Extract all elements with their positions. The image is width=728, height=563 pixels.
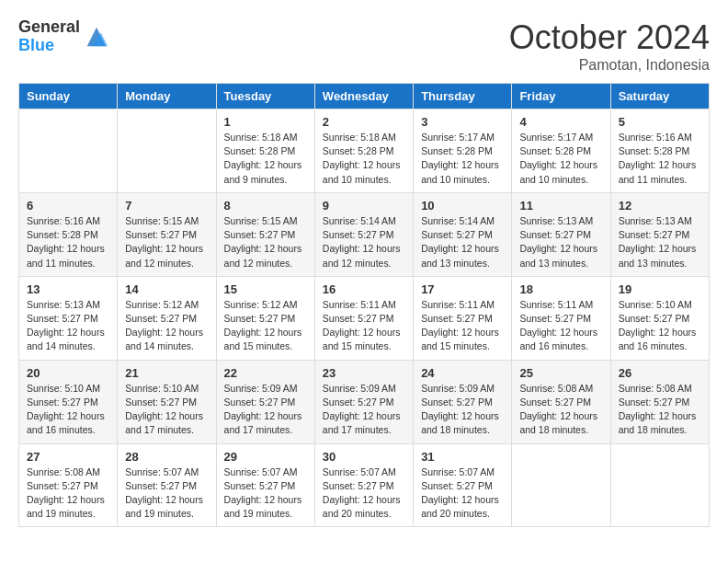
calendar-cell: 22Sunrise: 5:09 AMSunset: 5:27 PMDayligh… [216,360,314,443]
calendar-cell: 21Sunrise: 5:10 AMSunset: 5:27 PMDayligh… [118,360,216,443]
day-info: Sunrise: 5:11 AMSunset: 5:27 PMDaylight:… [519,298,602,354]
day-info: Sunrise: 5:18 AMSunset: 5:28 PMDaylight:… [224,131,307,187]
day-info: Sunrise: 5:13 AMSunset: 5:27 PMDaylight:… [519,214,602,270]
day-info: Sunrise: 5:10 AMSunset: 5:27 PMDaylight:… [125,382,208,438]
day-number: 18 [519,282,602,296]
day-number: 28 [125,450,208,464]
calendar-cell [19,109,118,193]
calendar-cell [610,443,709,527]
calendar-week-row: 1Sunrise: 5:18 AMSunset: 5:28 PMDaylight… [19,109,710,193]
day-number: 24 [421,366,504,380]
calendar-cell: 14Sunrise: 5:12 AMSunset: 5:27 PMDayligh… [118,276,216,360]
day-info: Sunrise: 5:07 AMSunset: 5:27 PMDaylight:… [323,465,405,522]
day-number: 26 [619,366,701,380]
day-number: 11 [519,199,602,213]
calendar-cell: 10Sunrise: 5:14 AMSunset: 5:27 PMDayligh… [414,192,512,276]
day-number: 3 [421,115,504,129]
calendar-cell: 9Sunrise: 5:14 AMSunset: 5:27 PMDaylight… [314,192,413,276]
page-header: General Blue October 2024 Pamotan, Indon… [18,18,710,74]
calendar-cell [512,443,610,527]
day-number: 4 [519,115,602,129]
calendar-cell: 20Sunrise: 5:10 AMSunset: 5:27 PMDayligh… [19,360,118,443]
calendar-cell: 5Sunrise: 5:16 AMSunset: 5:28 PMDaylight… [610,109,709,193]
title-block: October 2024 Pamotan, Indonesia [509,18,710,74]
day-info: Sunrise: 5:08 AMSunset: 5:27 PMDaylight:… [27,465,109,522]
calendar-cell: 26Sunrise: 5:08 AMSunset: 5:27 PMDayligh… [610,360,709,443]
logo-general-text: General [18,18,80,37]
weekday-header-sunday: Sunday [19,84,118,109]
calendar-week-row: 6Sunrise: 5:16 AMSunset: 5:28 PMDaylight… [19,192,710,276]
calendar-cell: 19Sunrise: 5:10 AMSunset: 5:27 PMDayligh… [610,276,709,360]
day-info: Sunrise: 5:17 AMSunset: 5:28 PMDaylight:… [421,131,504,187]
day-number: 30 [323,450,405,464]
logo-blue-text: Blue [18,37,80,55]
day-info: Sunrise: 5:15 AMSunset: 5:27 PMDaylight:… [125,214,208,270]
day-number: 6 [27,199,109,213]
calendar-cell: 17Sunrise: 5:11 AMSunset: 5:27 PMDayligh… [414,276,512,360]
calendar-week-row: 27Sunrise: 5:08 AMSunset: 5:27 PMDayligh… [19,443,710,527]
weekday-header-wednesday: Wednesday [314,84,413,109]
calendar-cell: 13Sunrise: 5:13 AMSunset: 5:27 PMDayligh… [19,276,118,360]
day-number: 8 [224,199,307,213]
calendar-cell: 28Sunrise: 5:07 AMSunset: 5:27 PMDayligh… [118,443,216,527]
day-info: Sunrise: 5:07 AMSunset: 5:27 PMDaylight:… [125,465,208,522]
calendar-cell: 25Sunrise: 5:08 AMSunset: 5:27 PMDayligh… [512,360,610,443]
day-info: Sunrise: 5:08 AMSunset: 5:27 PMDaylight:… [519,382,602,438]
calendar-cell [118,109,216,193]
day-number: 2 [323,115,405,129]
weekday-header-thursday: Thursday [414,84,512,109]
calendar-cell: 8Sunrise: 5:15 AMSunset: 5:27 PMDaylight… [216,192,314,276]
day-number: 22 [224,366,307,380]
day-number: 10 [421,199,504,213]
day-info: Sunrise: 5:14 AMSunset: 5:27 PMDaylight:… [421,214,504,270]
day-info: Sunrise: 5:13 AMSunset: 5:27 PMDaylight:… [619,214,701,270]
day-info: Sunrise: 5:07 AMSunset: 5:27 PMDaylight:… [421,465,504,522]
day-number: 7 [125,199,208,213]
calendar-cell: 4Sunrise: 5:17 AMSunset: 5:28 PMDaylight… [512,109,610,193]
day-info: Sunrise: 5:09 AMSunset: 5:27 PMDaylight:… [421,382,504,438]
day-number: 5 [619,115,701,129]
day-info: Sunrise: 5:12 AMSunset: 5:27 PMDaylight:… [224,298,307,354]
calendar-table: SundayMondayTuesdayWednesdayThursdayFrid… [18,83,710,527]
calendar-cell: 15Sunrise: 5:12 AMSunset: 5:27 PMDayligh… [216,276,314,360]
logo-icon [84,24,109,50]
day-number: 20 [27,366,109,380]
day-info: Sunrise: 5:17 AMSunset: 5:28 PMDaylight:… [519,131,602,187]
day-number: 15 [224,282,307,296]
day-info: Sunrise: 5:10 AMSunset: 5:27 PMDaylight:… [27,382,109,438]
calendar-week-row: 20Sunrise: 5:10 AMSunset: 5:27 PMDayligh… [19,360,710,443]
calendar-cell: 2Sunrise: 5:18 AMSunset: 5:28 PMDaylight… [314,109,413,193]
weekday-header-friday: Friday [512,84,610,109]
day-number: 31 [421,450,504,464]
day-number: 9 [323,199,405,213]
calendar-cell: 18Sunrise: 5:11 AMSunset: 5:27 PMDayligh… [512,276,610,360]
calendar-cell: 23Sunrise: 5:09 AMSunset: 5:27 PMDayligh… [314,360,413,443]
day-number: 21 [125,366,208,380]
calendar-week-row: 13Sunrise: 5:13 AMSunset: 5:27 PMDayligh… [19,276,710,360]
day-info: Sunrise: 5:18 AMSunset: 5:28 PMDaylight:… [323,131,405,187]
calendar-cell: 7Sunrise: 5:15 AMSunset: 5:27 PMDaylight… [118,192,216,276]
day-number: 13 [27,282,109,296]
day-info: Sunrise: 5:15 AMSunset: 5:27 PMDaylight:… [224,214,307,270]
calendar-cell: 27Sunrise: 5:08 AMSunset: 5:27 PMDayligh… [19,443,118,527]
weekday-header-monday: Monday [118,84,216,109]
day-info: Sunrise: 5:09 AMSunset: 5:27 PMDaylight:… [224,382,307,438]
location: Pamotan, Indonesia [509,57,710,74]
day-number: 29 [224,450,307,464]
day-number: 19 [619,282,701,296]
day-info: Sunrise: 5:10 AMSunset: 5:27 PMDaylight:… [619,298,701,354]
day-info: Sunrise: 5:11 AMSunset: 5:27 PMDaylight:… [323,298,405,354]
day-number: 25 [519,366,602,380]
day-number: 1 [224,115,307,129]
calendar-cell: 11Sunrise: 5:13 AMSunset: 5:27 PMDayligh… [512,192,610,276]
calendar-cell: 16Sunrise: 5:11 AMSunset: 5:27 PMDayligh… [314,276,413,360]
day-number: 16 [323,282,405,296]
day-info: Sunrise: 5:08 AMSunset: 5:27 PMDaylight:… [619,382,701,438]
logo: General Blue [18,18,109,55]
calendar-cell: 6Sunrise: 5:16 AMSunset: 5:28 PMDaylight… [19,192,118,276]
day-number: 17 [421,282,504,296]
day-info: Sunrise: 5:13 AMSunset: 5:27 PMDaylight:… [27,298,109,354]
weekday-header-saturday: Saturday [610,84,709,109]
day-number: 12 [619,199,701,213]
day-info: Sunrise: 5:16 AMSunset: 5:28 PMDaylight:… [27,214,109,270]
